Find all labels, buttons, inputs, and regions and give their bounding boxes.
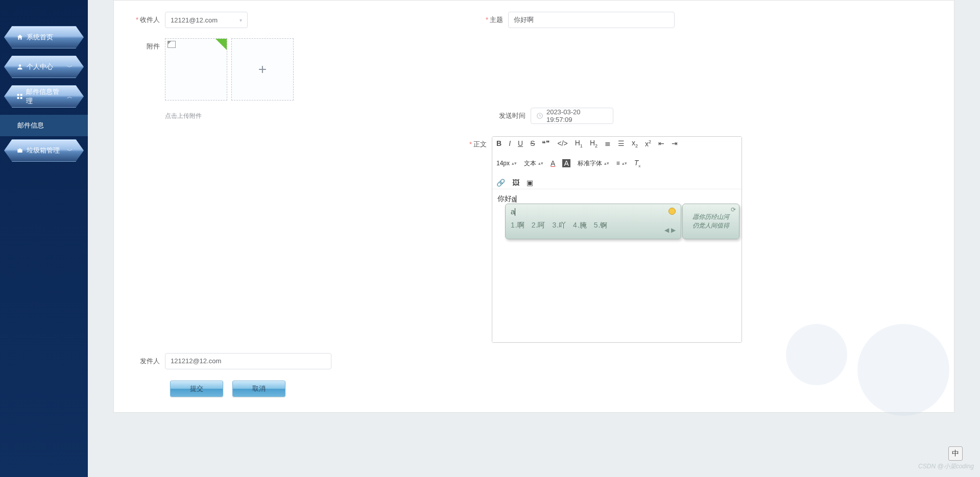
field-send-time: 发送时间 2023-03-20 19:57:09 [487, 108, 613, 124]
field-body: *正文 B I U S ❝❞ </> H1 H2 ≣ ☰ x2 x2 ⇤ ⇥ [456, 136, 939, 343]
recipient-value: 12121@12.com [171, 16, 240, 24]
align-select[interactable]: ≡▴▾ [616, 160, 627, 167]
svg-rect-1 [17, 94, 19, 96]
subscript-button[interactable]: x2 [632, 139, 638, 148]
clock-icon [536, 112, 543, 119]
attachment-success-corner [216, 39, 227, 50]
ime-prev-page[interactable]: ◀ [664, 227, 669, 234]
field-attachment: 附件 + [129, 38, 939, 101]
strike-button[interactable]: S [530, 139, 535, 147]
ime-candidate[interactable]: 4.腌 [573, 221, 587, 230]
chevron-down-icon: ﹀ [67, 63, 73, 71]
user-icon [16, 63, 23, 70]
subject-input-wrap[interactable] [508, 12, 675, 28]
field-subject: *主题 [472, 12, 675, 28]
bg-color-button[interactable]: A [562, 159, 570, 167]
superscript-button[interactable]: x2 [645, 139, 651, 148]
unordered-list-button[interactable]: ☰ [618, 139, 625, 147]
editor-content-area[interactable]: 你好a a 1.啊 2.呵 3.吖 4.腌 5.锕 [492, 189, 742, 342]
h2-button[interactable]: H2 [590, 139, 597, 148]
sidebar: 系统首页 个人中心 ﹀ 邮件信息管理 ︿ 邮件信息 垃圾箱管理 ﹀ [0, 0, 88, 477]
refresh-icon[interactable]: ⟳ [731, 206, 736, 213]
text-caret [516, 195, 516, 203]
h1-button[interactable]: H1 [575, 139, 583, 148]
subject-input[interactable] [514, 16, 669, 24]
ime-candidate-panel[interactable]: a 1.啊 2.呵 3.吖 4.腌 5.锕 ◀ ▶ [505, 204, 681, 239]
italic-button[interactable]: I [509, 139, 511, 147]
grid-icon [16, 93, 23, 100]
text-style-select[interactable]: 文本▴▾ [524, 159, 543, 168]
send-time-input-wrap[interactable]: 2023-03-20 19:57:09 [531, 108, 613, 124]
ime-candidate[interactable]: 1.啊 [511, 221, 524, 230]
attachment-label: 附件 [129, 38, 165, 55]
chevron-up-icon: ︿ [67, 93, 73, 101]
chevron-down-icon: ﹀ [67, 147, 73, 155]
briefcase-icon [16, 147, 23, 154]
watermark-text: CSDN @小菜coding [918, 462, 974, 471]
font-color-button[interactable]: A [551, 159, 555, 167]
editor-text-prefix: 你好 [497, 194, 512, 203]
image-button[interactable]: 🖼 [512, 179, 519, 187]
field-recipient: *收件人 12121@12.com ▾ [129, 12, 248, 28]
recipient-select[interactable]: 12121@12.com ▾ [165, 12, 248, 28]
attachment-add-button[interactable]: + [231, 38, 294, 101]
sender-input-wrap[interactable] [165, 353, 331, 369]
ime-phrase-panel[interactable]: ⟳ 愿你历经山河 仍觉人间值得 [682, 204, 739, 239]
submit-button[interactable]: 提交 [170, 381, 223, 397]
sidebar-item-label: 个人中心 [27, 62, 53, 71]
sidebar-item-label: 垃圾箱管理 [27, 146, 60, 155]
chevron-down-icon: ▾ [240, 17, 242, 23]
editor-toolbar: B I U S ❝❞ </> H1 H2 ≣ ☰ x2 x2 ⇤ ⇥ 14px▴… [492, 137, 742, 189]
indent-button[interactable]: ⇥ [672, 139, 678, 147]
svg-point-0 [19, 64, 21, 67]
ime-phrase-text: 愿你历经山河 仍觉人间值得 [692, 213, 729, 230]
rich-text-editor: B I U S ❝❞ </> H1 H2 ≣ ☰ x2 x2 ⇤ ⇥ 14px▴… [492, 136, 742, 343]
sidebar-subitem-label: 邮件信息 [17, 121, 44, 129]
sidebar-subitem-mail-info[interactable]: 邮件信息 [0, 115, 88, 136]
svg-rect-3 [17, 97, 19, 99]
ime-indicator[interactable]: 中 [948, 446, 963, 461]
upload-hint-text: 点击上传附件 [165, 112, 202, 120]
ime-candidate[interactable]: 5.锕 [594, 221, 608, 230]
clear-format-button[interactable]: Tx [634, 159, 641, 168]
svg-rect-6 [19, 148, 21, 149]
send-time-value: 2023-03-20 19:57:09 [546, 108, 608, 123]
ime-typed-text: a [511, 207, 515, 216]
subject-label: *主题 [472, 12, 508, 28]
emoji-icon[interactable] [668, 208, 676, 215]
sender-label: 发件人 [129, 353, 165, 369]
font-family-select[interactable]: 标准字体▴▾ [578, 159, 609, 168]
sender-input[interactable] [171, 357, 326, 365]
font-size-select[interactable]: 14px▴▾ [496, 160, 517, 167]
broken-image-icon [168, 41, 176, 48]
attachment-thumbnail[interactable] [165, 38, 227, 101]
video-button[interactable]: ▣ [527, 179, 533, 187]
quote-button[interactable]: ❝❞ [542, 139, 550, 147]
sidebar-item-home[interactable]: 系统首页 [4, 26, 84, 48]
link-button[interactable]: 🔗 [496, 179, 505, 187]
svg-rect-2 [20, 94, 22, 96]
field-upload-hint: 点击上传附件 [129, 108, 202, 124]
ime-next-page[interactable]: ▶ [671, 227, 676, 234]
sidebar-item-profile[interactable]: 个人中心 ﹀ [4, 56, 84, 78]
home-icon [16, 34, 23, 41]
code-button[interactable]: </> [557, 139, 567, 147]
svg-rect-4 [20, 97, 22, 99]
sidebar-item-mail-mgmt[interactable]: 邮件信息管理 ︿ [4, 85, 84, 108]
body-label: *正文 [456, 136, 492, 153]
sidebar-item-label: 邮件信息管理 [26, 87, 64, 106]
ime-candidate[interactable]: 3.吖 [552, 221, 566, 230]
bg-decoration [857, 324, 949, 416]
send-time-label: 发送时间 [487, 108, 531, 124]
outdent-button[interactable]: ⇤ [658, 139, 664, 147]
underline-button[interactable]: U [518, 139, 523, 147]
editor-text-typed: a [512, 194, 516, 203]
sidebar-item-label: 系统首页 [27, 33, 53, 42]
bold-button[interactable]: B [496, 139, 501, 147]
ordered-list-button[interactable]: ≣ [605, 139, 611, 147]
sidebar-item-trash[interactable]: 垃圾箱管理 ﹀ [4, 139, 84, 162]
plus-icon: + [258, 61, 267, 78]
cancel-button[interactable]: 取消 [232, 381, 285, 397]
ime-candidate[interactable]: 2.呵 [532, 221, 545, 230]
recipient-label: *收件人 [129, 12, 165, 28]
